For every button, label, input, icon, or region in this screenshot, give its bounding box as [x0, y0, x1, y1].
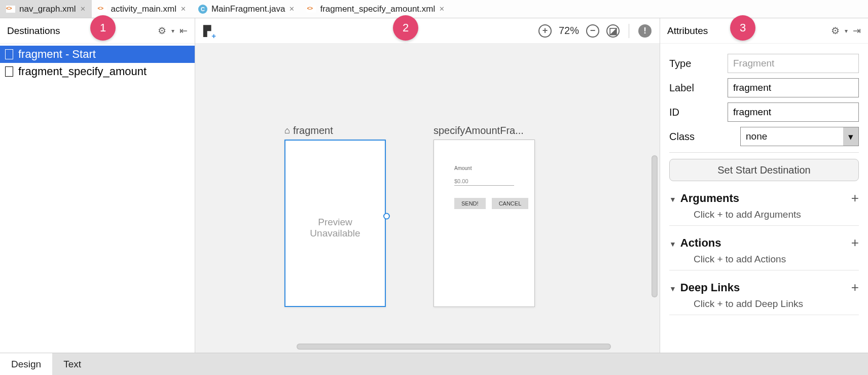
hide-panel-icon[interactable]	[853, 25, 861, 37]
document-icon	[5, 66, 13, 77]
destination-item-fragment[interactable]: fragment - Start	[0, 46, 195, 63]
separator	[669, 152, 859, 153]
gear-icon[interactable]	[831, 25, 840, 37]
nav-editor: ▛ + 72% − ◪ ! ⌂ fragment Preview	[195, 18, 660, 353]
tab-label: MainFragment.java	[211, 4, 285, 14]
xml-file-icon	[6, 6, 15, 13]
add-action-icon[interactable]: +	[851, 235, 859, 251]
disclosure-icon[interactable]: ▼	[669, 240, 676, 248]
preview-content: Amount $0.00 SEND! CANCEL	[454, 165, 514, 209]
zoom-in-icon[interactable]: +	[538, 24, 552, 38]
issues-icon[interactable]: !	[638, 24, 652, 38]
class-label: Class	[669, 131, 735, 143]
tab-nav-graph[interactable]: nav_graph.xml ✕	[0, 0, 92, 18]
tab-label: activity_main.xml	[111, 4, 176, 14]
section-title: Actions	[680, 236, 721, 249]
disclosure-icon[interactable]: ▼	[669, 195, 676, 203]
close-icon[interactable]: ✕	[180, 5, 186, 13]
zoom-fit-icon[interactable]: ◪	[606, 24, 620, 38]
label-label: Label	[669, 82, 722, 94]
amount-value: $0.00	[454, 178, 514, 186]
design-tab[interactable]: Design	[0, 353, 52, 375]
add-argument-icon[interactable]: +	[851, 190, 859, 206]
section-title: Deep Links	[680, 281, 740, 294]
bottom-tab-bar: Design Text	[0, 353, 868, 375]
add-deep-link-icon[interactable]: +	[851, 280, 859, 295]
close-icon[interactable]: ✕	[289, 5, 295, 13]
tab-label: fragment_specify_amount.xml	[320, 4, 435, 14]
text-tab[interactable]: Text	[52, 353, 92, 375]
attributes-header: Attributes ▾	[660, 18, 868, 44]
send-button-preview: SEND!	[454, 198, 486, 209]
main-layout: Destinations ▾ fragment - Start fragment…	[0, 18, 868, 353]
set-start-destination-button[interactable]: Set Start Destination	[669, 159, 859, 181]
xml-file-icon	[98, 6, 107, 13]
close-icon[interactable]: ✕	[80, 5, 86, 13]
section-title: Arguments	[680, 192, 739, 204]
canvas-toolbar: ▛ + 72% − ◪ !	[195, 18, 660, 44]
horizontal-scrollbar[interactable]	[297, 344, 611, 350]
section-arguments: ▼Arguments + Click + to add Arguments	[669, 188, 859, 226]
destination-label: fragment_specify_amount	[18, 65, 147, 78]
section-hint: Click + to add Deep Links	[669, 297, 859, 315]
home-icon: ⌂	[284, 125, 290, 136]
section-actions: ▼Actions + Click + to add Actions	[669, 233, 859, 270]
callout-1: 1	[90, 15, 116, 41]
preview-unavailable: Preview Unavailable	[285, 217, 385, 239]
callout-2: 2	[393, 15, 418, 41]
amount-label: Amount	[454, 165, 514, 171]
separator	[629, 24, 629, 38]
nav-destination-specify-amount[interactable]: specifyAmountFra... Amount $0.00 SEND! C…	[433, 125, 535, 307]
hide-panel-icon[interactable]	[179, 25, 188, 37]
cancel-button-preview: CANCEL	[492, 198, 529, 209]
class-file-icon: C	[198, 5, 207, 14]
action-handle[interactable]	[383, 213, 390, 219]
attributes-body: Type Label ID Class none ▾ Set Start Des…	[660, 44, 868, 315]
chevron-down-icon[interactable]: ▾	[845, 27, 848, 35]
zoom-level: 72%	[559, 25, 579, 37]
attributes-panel: Attributes ▾ Type Label ID Class	[660, 18, 868, 353]
destination-item-specify-amount[interactable]: fragment_specify_amount	[0, 63, 195, 80]
chevron-down-icon: ▾	[843, 127, 858, 146]
id-field[interactable]	[728, 103, 859, 122]
id-label: ID	[669, 107, 722, 118]
xml-file-icon	[307, 6, 316, 13]
zoom-out-icon[interactable]: −	[586, 24, 599, 38]
section-hint: Click + to add Actions	[669, 253, 859, 270]
destination-label: fragment - Start	[18, 48, 96, 61]
canvas[interactable]: ⌂ fragment Preview Unavailable specifyAm…	[195, 44, 660, 353]
destination-title: specifyAmountFra...	[433, 125, 535, 137]
disclosure-icon[interactable]: ▼	[669, 285, 676, 293]
section-deep-links: ▼Deep Links + Click + to add Deep Links	[669, 278, 859, 315]
nav-destination-fragment[interactable]: ⌂ fragment Preview Unavailable	[284, 125, 386, 307]
tab-label: nav_graph.xml	[19, 4, 76, 14]
tab-fragment-specify-amount[interactable]: fragment_specify_amount.xml ✕	[301, 0, 451, 18]
vertical-scrollbar[interactable]	[652, 155, 658, 297]
callout-3: 3	[730, 15, 755, 41]
destinations-title: Destinations	[7, 25, 60, 37]
chevron-down-icon[interactable]: ▾	[171, 27, 174, 35]
tab-activity-main[interactable]: activity_main.xml ✕	[92, 0, 192, 18]
type-field	[728, 54, 859, 73]
tab-main-fragment[interactable]: C MainFragment.java ✕	[192, 0, 301, 18]
close-icon[interactable]: ✕	[439, 5, 445, 13]
destination-title: ⌂ fragment	[284, 125, 386, 137]
editor-tab-bar: nav_graph.xml ✕ activity_main.xml ✕ C Ma…	[0, 0, 868, 18]
section-hint: Click + to add Arguments	[669, 208, 859, 226]
type-label: Type	[669, 58, 722, 70]
destinations-list: fragment - Start fragment_specify_amount	[0, 44, 195, 80]
label-field[interactable]	[728, 78, 859, 97]
class-select[interactable]: none ▾	[740, 127, 859, 146]
destinations-panel: Destinations ▾ fragment - Start fragment…	[0, 18, 195, 353]
gear-icon[interactable]	[158, 25, 166, 37]
attributes-title: Attributes	[667, 25, 708, 37]
new-destination-icon[interactable]: ▛	[203, 25, 211, 37]
document-icon	[5, 49, 13, 59]
class-value: none	[746, 131, 767, 142]
